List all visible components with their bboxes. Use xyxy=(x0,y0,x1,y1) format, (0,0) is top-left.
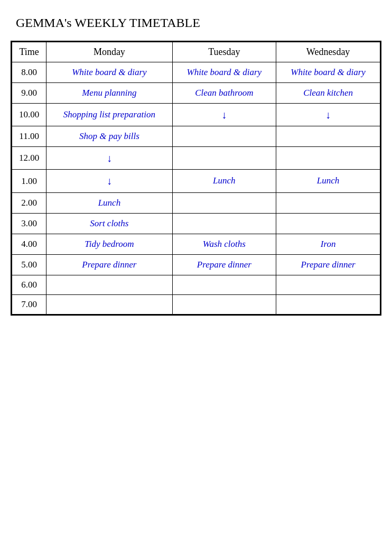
cell-row3-tuesday xyxy=(172,126,276,147)
cell-row0-tuesday: White board & diary xyxy=(172,62,276,83)
header-monday: Monday xyxy=(46,42,172,62)
cell-row2-monday: Shopping list preparation xyxy=(46,104,172,126)
time-cell: 11.00 xyxy=(12,126,46,147)
cell-row5-monday: ↓ xyxy=(46,170,172,192)
header-tuesday: Tuesday xyxy=(172,42,276,62)
cell-row6-tuesday xyxy=(172,192,276,213)
cell-row3-monday: Shop & pay bills xyxy=(46,126,172,147)
cell-row9-monday: Prepare dinner xyxy=(46,254,172,275)
time-cell: 3.00 xyxy=(12,213,46,234)
time-cell: 7.00 xyxy=(12,294,46,314)
time-cell: 10.00 xyxy=(12,104,46,126)
cell-row7-monday: Sort cloths xyxy=(46,213,172,234)
cell-row2-tuesday: ↓ xyxy=(172,104,276,126)
header-wednesday: Wednesday xyxy=(276,42,380,62)
time-cell: 2.00 xyxy=(12,192,46,213)
cell-row11-monday xyxy=(46,294,172,314)
cell-row1-tuesday: Clean bathroom xyxy=(172,83,276,104)
time-cell: 5.00 xyxy=(12,254,46,275)
time-cell: 6.00 xyxy=(12,275,46,294)
cell-row4-tuesday xyxy=(172,147,276,170)
cell-row11-wednesday xyxy=(276,294,380,314)
cell-row11-tuesday xyxy=(172,294,276,314)
time-cell: 1.00 xyxy=(12,170,46,192)
cell-row10-monday xyxy=(46,275,172,294)
cell-row9-tuesday: Prepare dinner xyxy=(172,254,276,275)
cell-row10-tuesday xyxy=(172,275,276,294)
time-cell: 4.00 xyxy=(12,234,46,254)
cell-row7-tuesday xyxy=(172,213,276,234)
cell-row1-wednesday: Clean kitchen xyxy=(276,83,380,104)
cell-row7-wednesday xyxy=(276,213,380,234)
cell-row8-tuesday: Wash cloths xyxy=(172,234,276,254)
cell-row4-wednesday xyxy=(276,147,380,170)
cell-row4-monday: ↓ xyxy=(46,147,172,170)
cell-row8-monday: Tidy bedroom xyxy=(46,234,172,254)
cell-row9-wednesday: Prepare dinner xyxy=(276,254,380,275)
cell-row6-monday: Lunch xyxy=(46,192,172,213)
cell-row6-wednesday xyxy=(276,192,380,213)
timetable: Time Monday Tuesday Wednesday 8.00White … xyxy=(11,41,381,316)
cell-row2-wednesday: ↓ xyxy=(276,104,380,126)
cell-row10-wednesday xyxy=(276,275,380,294)
time-cell: 12.00 xyxy=(12,147,46,170)
cell-row3-wednesday xyxy=(276,126,380,147)
cell-row1-monday: Menu planning xyxy=(46,83,172,104)
cell-row5-tuesday: Lunch xyxy=(172,170,276,192)
cell-row0-wednesday: White board & diary xyxy=(276,62,380,83)
page-title: GEMMA's WEEKLY TIMETABLE xyxy=(11,16,381,30)
time-cell: 9.00 xyxy=(12,83,46,104)
time-cell: 8.00 xyxy=(12,62,46,83)
cell-row0-monday: White board & diary xyxy=(46,62,172,83)
header-time: Time xyxy=(12,42,46,62)
cell-row5-wednesday: Lunch xyxy=(276,170,380,192)
cell-row8-wednesday: Iron xyxy=(276,234,380,254)
